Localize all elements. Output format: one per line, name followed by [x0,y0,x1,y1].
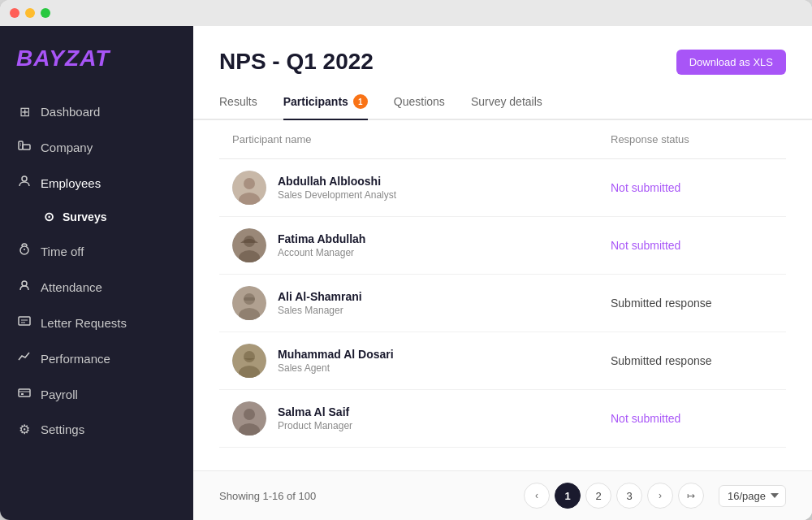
sidebar-item-letter-requests[interactable]: Letter Requests [0,305,193,340]
participants-table: Participant name Response status [193,120,812,470]
participant-role: Sales Manager [278,305,362,316]
company-icon [16,139,32,155]
sidebar-item-label: Employees [41,176,101,190]
page-2-button[interactable]: 2 [585,483,611,509]
svg-point-15 [244,178,255,189]
svg-rect-8 [19,317,30,325]
participants-badge: 1 [353,94,368,109]
sidebar-item-label: Dashboard [41,105,100,119]
sidebar-item-label: Company [41,141,93,154]
svg-rect-23 [244,297,255,301]
avatar [232,401,266,436]
participant-name: Salma Al Saif [278,405,352,418]
titlebar [0,0,812,26]
sidebar-item-label: Performance [41,352,110,366]
col-header-name: Participant name [232,133,611,145]
sidebar-nav: ⊞ Dashboard Company [0,88,193,453]
settings-icon: ⚙ [16,422,32,437]
svg-point-28 [244,409,255,420]
main-content: NPS - Q1 2022 Download as XLS Results Pa… [193,26,812,520]
download-xls-button[interactable]: Download as XLS [676,50,786,75]
table-row: Abdullah Alblooshi Sales Development Ana… [219,159,786,217]
participant-name: Ali Al-Shamrani [278,290,362,303]
participant-name: Muhammad Al Dosari [278,348,394,361]
svg-rect-11 [19,389,30,396]
sidebar-item-label: Settings [41,422,84,436]
dashboard-icon: ⊞ [16,104,32,119]
letter-icon [16,314,32,331]
response-status: Not submitted [611,239,773,252]
col-header-status: Response status [611,133,773,145]
avatar [232,171,266,205]
sidebar-item-label: Time off [41,245,84,258]
sidebar-item-surveys[interactable]: ⊙ Surveys [0,201,193,233]
avatar [232,344,266,378]
participant-role: Sales Development Analyst [278,189,396,201]
response-status: Not submitted [611,412,773,425]
per-page-select[interactable]: 16/page 32/page 50/page [719,485,786,507]
sidebar-item-performance[interactable]: Performance [0,340,193,376]
timeoff-icon [16,243,32,259]
app-window: BAYZAT ⊞ Dashboard [0,0,812,520]
participant-role: Account Manager [278,247,365,258]
sidebar: BAYZAT ⊞ Dashboard [0,26,193,520]
participant-details: Ali Al-Shamrani Sales Manager [278,290,362,316]
table-row: Muhammad Al Dosari Sales Agent Submitted… [219,332,786,390]
logo: BAYZAT [0,26,193,88]
page-3-button[interactable]: 3 [616,483,642,509]
tab-results[interactable]: Results [219,88,257,120]
participant-name: Abdullah Alblooshi [278,175,396,188]
sidebar-item-timeoff[interactable]: Time off [0,233,193,269]
sidebar-sub-employees: ⊙ Surveys [0,201,193,233]
response-status: Submitted response [611,297,773,310]
svg-point-7 [22,281,27,286]
table-row: Ali Al-Shamrani Sales Manager Submitted … [219,275,786,332]
surveys-icon: ⊙ [44,210,54,224]
tab-questions[interactable]: Questions [394,88,445,120]
last-page-button[interactable]: ↦ [678,483,704,509]
tab-survey-details[interactable]: Survey details [471,88,542,120]
close-btn[interactable] [10,8,19,18]
sidebar-item-attendance[interactable]: Attendance [0,269,193,305]
tabs: Results Participants 1 Questions Survey … [193,75,812,120]
participant-role: Sales Agent [278,362,394,374]
sidebar-item-company[interactable]: Company [0,129,193,165]
logo-text: BAYZAT [16,46,110,71]
response-status: Not submitted [611,181,773,194]
svg-point-25 [244,351,255,362]
participant-details: Fatima Abdullah Account Manager [278,232,365,258]
participant-name: Fatima Abdullah [278,232,365,245]
svg-rect-13 [21,393,24,395]
performance-icon [16,350,32,366]
page-1-button[interactable]: 1 [555,483,581,509]
table-row: Fatima Abdullah Account Manager Not subm… [219,217,786,275]
participant-info: Ali Al-Shamrani Sales Manager [232,286,611,320]
next-page-button[interactable]: › [647,483,673,509]
response-status: Submitted response [611,354,773,367]
table-row: Salma Al Saif Product Manager Not submit… [219,390,786,448]
participant-details: Abdullah Alblooshi Sales Development Ana… [278,175,396,201]
svg-rect-1 [23,145,30,150]
sidebar-item-label: Attendance [41,280,102,294]
pagination-info: Showing 1-16 of 100 [219,490,316,502]
participant-details: Muhammad Al Dosari Sales Agent [278,348,394,374]
sidebar-item-payroll[interactable]: Payroll [0,376,193,412]
participant-role: Product Manager [278,420,352,431]
svg-point-4 [22,176,27,181]
tab-participants[interactable]: Participants 1 [283,88,368,120]
sidebar-item-employees[interactable]: Employees [0,165,193,201]
prev-page-button[interactable]: ‹ [524,483,550,509]
minimize-btn[interactable] [25,8,35,18]
participant-info: Abdullah Alblooshi Sales Development Ana… [232,171,611,205]
sidebar-item-label: Letter Requests [41,316,127,330]
app-body: BAYZAT ⊞ Dashboard [0,26,812,520]
participant-info: Muhammad Al Dosari Sales Agent [232,344,611,378]
main-header: NPS - Q1 2022 Download as XLS [193,26,812,75]
maximize-btn[interactable] [41,8,50,18]
page-title: NPS - Q1 2022 [219,49,374,75]
sidebar-item-dashboard[interactable]: ⊞ Dashboard [0,94,193,129]
attendance-icon [16,279,32,295]
employees-icon [16,175,32,191]
sidebar-item-settings[interactable]: ⚙ Settings [0,412,193,447]
participant-info: Fatima Abdullah Account Manager [232,228,611,262]
